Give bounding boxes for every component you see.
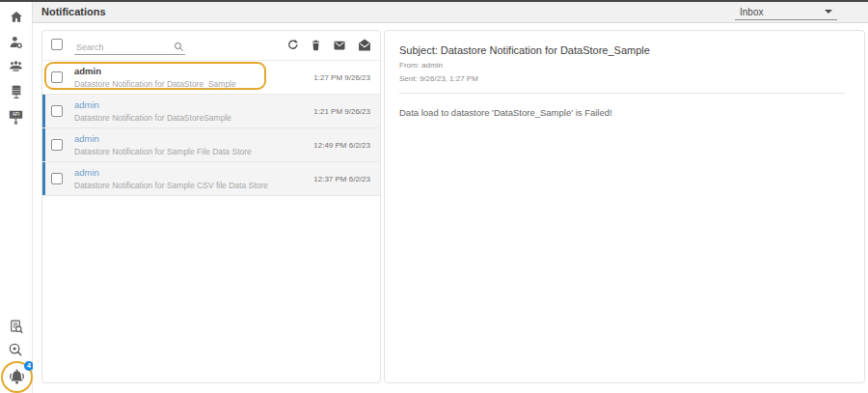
notification-list-item[interactable]: admin Datastore Notification for Sample …: [42, 162, 380, 196]
refresh-icon[interactable]: [286, 39, 300, 52]
item-checkbox[interactable]: [51, 173, 63, 184]
notification-list-item[interactable]: admin Datastore Notification for DataSto…: [42, 95, 380, 128]
detail-sent: Sent: 9/26/23, 1:27 PM: [399, 74, 845, 83]
detail-from: From: admin: [399, 61, 845, 70]
item-timestamp: 12:49 PM 6/2/23: [313, 141, 370, 150]
search-circle-icon[interactable]: [0, 342, 32, 358]
select-all-checkbox[interactable]: [51, 39, 63, 50]
detail-body: Data load to datastore 'DataStore_Sample…: [399, 107, 845, 118]
item-timestamp: 1:21 PM 9/26/23: [313, 107, 370, 116]
list-toolbar: [42, 31, 380, 61]
notification-list-item[interactable]: admin Datastore Notification for Sample …: [42, 128, 380, 162]
notifications-bell-icon[interactable]: 4: [1, 361, 33, 393]
datastore-icon[interactable]: [0, 83, 32, 101]
svg-text:API: API: [13, 112, 19, 117]
search-field: [74, 37, 185, 55]
item-timestamp: 1:27 PM 9/26/23: [313, 73, 370, 82]
item-subject: Datastore Notification for Sample File D…: [74, 147, 252, 156]
inbox-select-label: Inbox: [740, 7, 763, 17]
report-search-icon[interactable]: [0, 319, 32, 335]
chevron-down-icon: [825, 10, 832, 14]
notification-list: admin Datastore Notification for DataSto…: [42, 61, 380, 196]
app-sidebar: API 4: [0, 2, 33, 393]
search-icon: [174, 40, 185, 57]
search-input[interactable]: [74, 39, 185, 56]
item-sender: admin: [74, 99, 231, 110]
page-title: Notifications: [41, 6, 106, 17]
inbox-folder-select[interactable]: Inbox: [735, 4, 837, 20]
detail-subject: Subject: Datastore Notification for Data…: [399, 44, 845, 56]
notification-list-item[interactable]: admin Datastore Notification for DataSto…: [42, 61, 380, 95]
main-content: admin Datastore Notification for DataSto…: [33, 23, 868, 393]
user-group-icon[interactable]: [0, 59, 32, 73]
item-subject: Datastore Notification for Sample CSV fi…: [74, 181, 268, 190]
list-actions: [286, 38, 372, 52]
item-sender: admin: [74, 133, 252, 144]
mark-read-icon[interactable]: [357, 38, 372, 52]
detail-divider: [399, 93, 845, 94]
item-sender: admin: [74, 167, 268, 178]
item-subject: Datastore Notification for DataStore_Sam…: [74, 79, 236, 89]
home-icon[interactable]: [0, 10, 32, 24]
header-bar: Notifications Inbox: [33, 2, 868, 23]
item-checkbox[interactable]: [51, 139, 63, 151]
item-checkbox[interactable]: [51, 71, 63, 83]
delete-icon[interactable]: [310, 39, 322, 52]
notification-list-pane: admin Datastore Notification for DataSto…: [41, 30, 381, 383]
api-monitor-icon[interactable]: API: [0, 107, 32, 126]
item-sender: admin: [74, 66, 236, 76]
item-subject: Datastore Notification for DataStoreSamp…: [74, 113, 231, 123]
item-timestamp: 12:37 PM 6/2/23: [313, 175, 370, 183]
item-checkbox[interactable]: [51, 105, 63, 117]
user-settings-icon[interactable]: [0, 35, 32, 50]
notification-detail-pane: Subject: Datastore Notification for Data…: [384, 30, 865, 383]
mark-unread-icon[interactable]: [332, 39, 347, 52]
